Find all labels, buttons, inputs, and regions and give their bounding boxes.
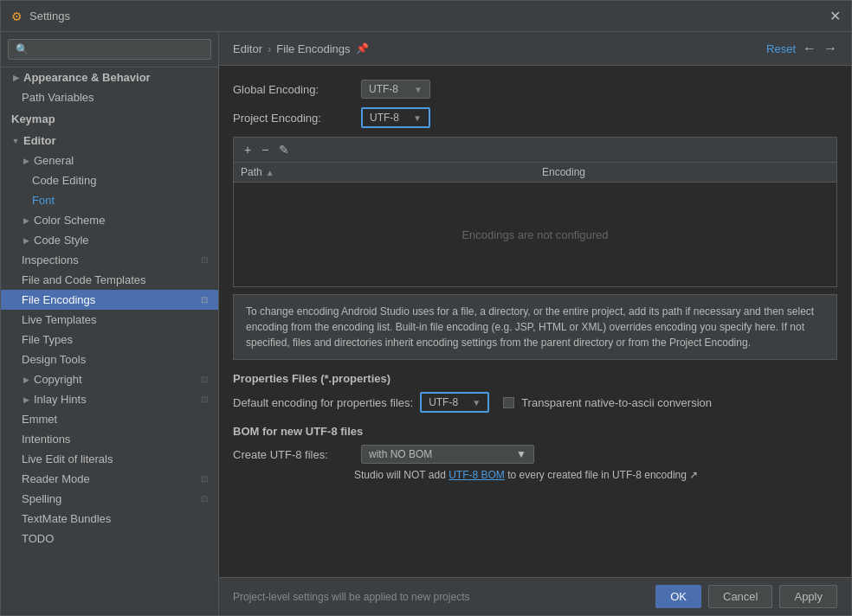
- project-encoding-row: Project Encoding: UTF-8 ▼: [233, 107, 837, 128]
- main-content: Editor › File Encodings 📌 Reset ← → Glob…: [219, 32, 851, 615]
- default-encoding-value: UTF-8: [429, 396, 458, 408]
- sidebar-item-file-types[interactable]: File Types: [1, 330, 218, 350]
- footer-buttons: OK Cancel Apply: [655, 585, 837, 608]
- transparent-label: Transparent native-to-ascii conversion: [521, 396, 712, 409]
- project-encoding-label: Project Encoding:: [233, 112, 354, 125]
- default-encoding-row: Default encoding for properties files: U…: [233, 392, 837, 413]
- search-input[interactable]: [8, 39, 211, 60]
- sidebar-item-emmet[interactable]: Emmet: [1, 409, 218, 429]
- expand-icon-editor: ▼: [11, 137, 20, 145]
- edit-encoding-button[interactable]: ✎: [275, 141, 293, 158]
- title-bar: ⚙ Settings ✕: [1, 1, 851, 32]
- global-encoding-label: Global Encoding:: [233, 83, 354, 96]
- search-box: [1, 32, 218, 67]
- sidebar-item-spelling[interactable]: Spelling ⊡: [1, 489, 218, 509]
- sidebar-item-live-edit[interactable]: Live Edit of literals: [1, 449, 218, 469]
- sidebar-item-code-style[interactable]: ▶ Code Style: [1, 230, 218, 250]
- sidebar-item-copyright[interactable]: ▶ Copyright ⊡: [1, 369, 218, 389]
- create-utf8-label: Create UTF-8 files:: [233, 448, 354, 461]
- bom-section: BOM for new UTF-8 files Create UTF-8 fil…: [233, 425, 837, 481]
- inspections-icon: ⊡: [201, 255, 208, 265]
- file-encodings-icon: ⊡: [201, 295, 208, 305]
- remove-encoding-button[interactable]: −: [258, 141, 272, 158]
- sidebar-item-textmate[interactable]: TextMate Bundles: [1, 509, 218, 529]
- sidebar-item-intentions[interactable]: Intentions: [1, 429, 218, 449]
- reset-button[interactable]: Reset: [766, 42, 796, 55]
- sidebar-item-file-code-templates[interactable]: File and Code Templates: [1, 270, 218, 290]
- table-body: Encodings are not configured: [234, 183, 836, 286]
- sidebar-item-font[interactable]: Font: [1, 190, 218, 210]
- table-empty-text: Encodings are not configured: [462, 228, 608, 241]
- content-header: Editor › File Encodings 📌 Reset ← →: [219, 32, 851, 66]
- sidebar-item-code-editing[interactable]: Code Editing: [1, 170, 218, 190]
- global-encoding-row: Global Encoding: UTF-8 ▼: [233, 80, 837, 99]
- header-actions: Reset ← →: [766, 41, 837, 56]
- sidebar-item-keymap[interactable]: Keymap: [1, 109, 218, 129]
- title-bar-left: ⚙ Settings: [11, 10, 70, 23]
- sidebar-item-general[interactable]: ▶ General: [1, 151, 218, 170]
- global-encoding-dropdown[interactable]: UTF-8 ▼: [361, 80, 430, 99]
- copyright-expand: ▶: [22, 375, 30, 384]
- sidebar-item-appearance[interactable]: ▶ Appearance & Behavior: [1, 67, 218, 87]
- nav-back-button[interactable]: ←: [803, 41, 816, 56]
- global-encoding-value: UTF-8: [369, 83, 398, 95]
- ok-button[interactable]: OK: [655, 585, 701, 608]
- breadcrumb: Editor › File Encodings 📌: [233, 42, 369, 55]
- default-encoding-dropdown[interactable]: UTF-8 ▼: [420, 392, 489, 413]
- sidebar-item-reader-mode[interactable]: Reader Mode ⊡: [1, 469, 218, 489]
- nav-forward-button[interactable]: →: [823, 41, 837, 56]
- info-text: To change encoding Android Studio uses f…: [246, 305, 814, 349]
- table-toolbar: + − ✎: [234, 138, 836, 163]
- close-button[interactable]: ✕: [829, 8, 841, 24]
- spelling-icon: ⊡: [201, 494, 208, 504]
- color-scheme-expand: ▶: [22, 216, 30, 225]
- code-style-expand: ▶: [22, 236, 30, 245]
- add-encoding-button[interactable]: +: [241, 141, 255, 158]
- breadcrumb-editor: Editor: [233, 42, 262, 55]
- col-encoding: Encoding: [535, 163, 836, 182]
- settings-icon: ⚙: [11, 10, 23, 23]
- transparent-checkbox[interactable]: [503, 397, 514, 408]
- project-encoding-value: UTF-8: [370, 112, 399, 124]
- encoding-table: + − ✎ Path ▲ Encoding Enco: [233, 137, 837, 287]
- copyright-icon: ⊡: [201, 375, 208, 384]
- sidebar-item-design-tools[interactable]: Design Tools: [1, 350, 218, 369]
- sidebar-item-editor[interactable]: ▼ Editor: [1, 131, 218, 151]
- settings-dialog: ⚙ Settings ✕ ▶ Appearance & Behavior Pat…: [0, 0, 852, 616]
- default-encoding-label: Default encoding for properties files:: [233, 396, 413, 409]
- window-title: Settings: [29, 10, 70, 22]
- sidebar-item-color-scheme[interactable]: ▶ Color Scheme: [1, 210, 218, 230]
- table-header: Path ▲ Encoding: [234, 163, 836, 183]
- sidebar-item-inlay-hints[interactable]: ▶ Inlay Hints ⊡: [1, 389, 218, 409]
- apply-button[interactable]: Apply: [779, 585, 837, 608]
- sidebar-item-path-variables[interactable]: Path Variables: [1, 87, 218, 107]
- sidebar-item-todo[interactable]: TODO: [1, 529, 218, 549]
- sidebar-item-live-templates[interactable]: Live Templates: [1, 310, 218, 330]
- create-utf8-value: with NO BOM: [369, 448, 432, 460]
- cancel-button[interactable]: Cancel: [708, 585, 772, 608]
- create-utf8-dropdown[interactable]: with NO BOM ▼: [361, 445, 534, 464]
- sidebar-item-inspections[interactable]: Inspections ⊡: [1, 250, 218, 270]
- project-encoding-dropdown[interactable]: UTF-8 ▼: [361, 107, 430, 128]
- properties-section-title: Properties Files (*.properties): [233, 372, 837, 385]
- breadcrumb-file-encodings: File Encodings: [276, 42, 350, 55]
- sidebar-item-file-encodings[interactable]: File Encodings ⊡: [1, 290, 218, 310]
- inlay-hints-icon: ⊡: [201, 395, 208, 404]
- create-utf8-row: Create UTF-8 files: with NO BOM ▼: [233, 445, 837, 464]
- sidebar: ▶ Appearance & Behavior Path Variables K…: [1, 32, 219, 615]
- inlay-hints-expand: ▶: [22, 395, 30, 404]
- dialog-body: ▶ Appearance & Behavior Path Variables K…: [1, 32, 851, 615]
- footer-note: Project-level settings will be applied t…: [233, 591, 469, 603]
- bom-section-title: BOM for new UTF-8 files: [233, 425, 837, 438]
- transparent-checkbox-row: Transparent native-to-ascii conversion: [503, 396, 712, 409]
- utf8-bom-link[interactable]: UTF-8 BOM: [449, 469, 505, 481]
- create-utf8-arrow: ▼: [516, 448, 526, 460]
- reader-mode-icon: ⊡: [201, 474, 208, 484]
- bom-note: Studio will NOT add UTF-8 BOM to every c…: [233, 469, 837, 481]
- pin-icon: 📌: [356, 42, 369, 55]
- breadcrumb-sep: ›: [268, 42, 271, 55]
- global-encoding-arrow: ▼: [414, 85, 423, 94]
- content-body: Global Encoding: UTF-8 ▼ Project Encodin…: [219, 66, 851, 577]
- footer: Project-level settings will be applied t…: [219, 577, 851, 615]
- expand-icon: ▶: [11, 74, 20, 82]
